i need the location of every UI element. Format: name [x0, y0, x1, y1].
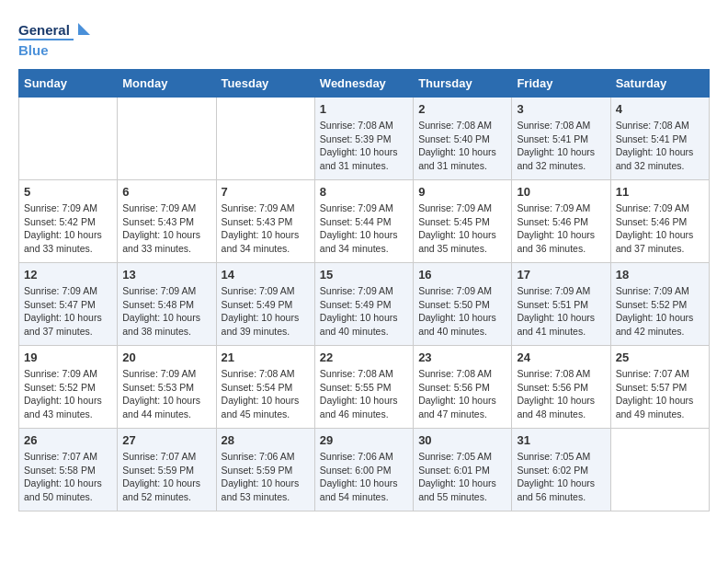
day-number: 9: [418, 185, 506, 199]
day-cell-14: 14Sunrise: 7:09 AM Sunset: 5:49 PM Dayli…: [216, 263, 314, 346]
day-info: Sunrise: 7:05 AM Sunset: 6:02 PM Dayligh…: [517, 450, 605, 504]
weekday-header-friday: Friday: [512, 70, 610, 98]
day-info: Sunrise: 7:08 AM Sunset: 5:54 PM Dayligh…: [222, 367, 310, 421]
day-cell-25: 25Sunrise: 7:07 AM Sunset: 5:57 PM Dayli…: [610, 346, 709, 429]
day-cell-26: 26Sunrise: 7:07 AM Sunset: 5:58 PM Dayli…: [19, 429, 118, 511]
weekday-header-tuesday: Tuesday: [216, 70, 314, 98]
day-number: 8: [320, 185, 408, 199]
day-cell-9: 9Sunrise: 7:09 AM Sunset: 5:45 PM Daylig…: [414, 180, 512, 263]
day-info: Sunrise: 7:09 AM Sunset: 5:46 PM Dayligh…: [517, 201, 605, 256]
day-cell-30: 30Sunrise: 7:05 AM Sunset: 6:01 PM Dayli…: [414, 429, 512, 511]
day-cell-13: 13Sunrise: 7:09 AM Sunset: 5:48 PM Dayli…: [118, 263, 216, 346]
svg-text:Blue: Blue: [18, 42, 49, 58]
empty-cell: [118, 98, 216, 180]
day-info: Sunrise: 7:07 AM Sunset: 5:58 PM Dayligh…: [24, 450, 112, 504]
day-cell-27: 27Sunrise: 7:07 AM Sunset: 5:59 PM Dayli…: [118, 429, 216, 511]
day-number: 4: [616, 102, 704, 116]
day-cell-24: 24Sunrise: 7:08 AM Sunset: 5:56 PM Dayli…: [512, 346, 610, 429]
day-info: Sunrise: 7:09 AM Sunset: 5:42 PM Dayligh…: [24, 201, 112, 256]
day-number: 12: [24, 268, 112, 282]
day-info: Sunrise: 7:05 AM Sunset: 6:01 PM Dayligh…: [418, 450, 506, 504]
day-info: Sunrise: 7:08 AM Sunset: 5:56 PM Dayligh…: [517, 367, 605, 421]
day-number: 10: [517, 185, 605, 199]
day-number: 3: [517, 102, 605, 116]
day-cell-10: 10Sunrise: 7:09 AM Sunset: 5:46 PM Dayli…: [512, 180, 610, 263]
day-info: Sunrise: 7:09 AM Sunset: 5:52 PM Dayligh…: [24, 367, 112, 421]
logo-svg: General Blue: [18, 18, 92, 60]
day-number: 1: [320, 102, 408, 116]
day-cell-20: 20Sunrise: 7:09 AM Sunset: 5:53 PM Dayli…: [118, 346, 216, 429]
day-number: 16: [418, 268, 506, 282]
weekday-header-saturday: Saturday: [610, 70, 709, 98]
day-cell-18: 18Sunrise: 7:09 AM Sunset: 5:52 PM Dayli…: [610, 263, 709, 346]
day-cell-19: 19Sunrise: 7:09 AM Sunset: 5:52 PM Dayli…: [19, 346, 118, 429]
weekday-header-sunday: Sunday: [19, 70, 118, 98]
day-info: Sunrise: 7:08 AM Sunset: 5:39 PM Dayligh…: [320, 119, 408, 173]
week-row-3: 12Sunrise: 7:09 AM Sunset: 5:47 PM Dayli…: [19, 263, 710, 346]
day-number: 7: [222, 185, 310, 199]
weekday-header-thursday: Thursday: [414, 70, 512, 98]
day-info: Sunrise: 7:08 AM Sunset: 5:56 PM Dayligh…: [418, 367, 506, 421]
day-cell-5: 5Sunrise: 7:09 AM Sunset: 5:42 PM Daylig…: [19, 180, 118, 263]
weekday-header-monday: Monday: [118, 70, 216, 98]
day-info: Sunrise: 7:08 AM Sunset: 5:55 PM Dayligh…: [320, 367, 408, 421]
day-number: 13: [122, 268, 210, 282]
day-info: Sunrise: 7:06 AM Sunset: 5:59 PM Dayligh…: [222, 450, 310, 504]
svg-rect-1: [18, 39, 74, 40]
day-info: Sunrise: 7:09 AM Sunset: 5:43 PM Dayligh…: [222, 201, 310, 256]
day-number: 27: [122, 433, 210, 447]
day-number: 28: [222, 433, 310, 447]
page-header: General Blue: [18, 18, 710, 60]
day-number: 6: [122, 185, 210, 199]
day-cell-16: 16Sunrise: 7:09 AM Sunset: 5:50 PM Dayli…: [414, 263, 512, 346]
svg-marker-3: [78, 23, 90, 35]
day-number: 22: [320, 350, 408, 364]
day-number: 5: [24, 185, 112, 199]
day-cell-29: 29Sunrise: 7:06 AM Sunset: 6:00 PM Dayli…: [314, 429, 413, 511]
day-cell-4: 4Sunrise: 7:08 AM Sunset: 5:41 PM Daylig…: [610, 98, 709, 180]
empty-cell: [610, 429, 709, 511]
day-info: Sunrise: 7:08 AM Sunset: 5:41 PM Dayligh…: [517, 119, 605, 173]
day-info: Sunrise: 7:08 AM Sunset: 5:41 PM Dayligh…: [616, 119, 704, 173]
day-cell-31: 31Sunrise: 7:05 AM Sunset: 6:02 PM Dayli…: [512, 429, 610, 511]
day-number: 17: [517, 268, 605, 282]
day-number: 23: [418, 350, 506, 364]
day-number: 18: [616, 268, 704, 282]
week-row-2: 5Sunrise: 7:09 AM Sunset: 5:42 PM Daylig…: [19, 180, 710, 263]
day-number: 19: [24, 350, 112, 364]
day-info: Sunrise: 7:09 AM Sunset: 5:45 PM Dayligh…: [418, 201, 506, 256]
day-info: Sunrise: 7:09 AM Sunset: 5:46 PM Dayligh…: [616, 201, 704, 256]
empty-cell: [19, 98, 118, 180]
weekday-header-wednesday: Wednesday: [314, 70, 413, 98]
day-info: Sunrise: 7:09 AM Sunset: 5:47 PM Dayligh…: [24, 284, 112, 339]
day-number: 14: [222, 268, 310, 282]
day-info: Sunrise: 7:09 AM Sunset: 5:50 PM Dayligh…: [418, 284, 506, 339]
day-cell-28: 28Sunrise: 7:06 AM Sunset: 5:59 PM Dayli…: [216, 429, 314, 511]
day-info: Sunrise: 7:09 AM Sunset: 5:49 PM Dayligh…: [320, 284, 408, 339]
day-cell-6: 6Sunrise: 7:09 AM Sunset: 5:43 PM Daylig…: [118, 180, 216, 263]
day-number: 2: [418, 102, 506, 116]
day-info: Sunrise: 7:09 AM Sunset: 5:52 PM Dayligh…: [616, 284, 704, 339]
day-cell-7: 7Sunrise: 7:09 AM Sunset: 5:43 PM Daylig…: [216, 180, 314, 263]
empty-cell: [216, 98, 314, 180]
week-row-4: 19Sunrise: 7:09 AM Sunset: 5:52 PM Dayli…: [19, 346, 710, 429]
day-cell-15: 15Sunrise: 7:09 AM Sunset: 5:49 PM Dayli…: [314, 263, 413, 346]
day-cell-2: 2Sunrise: 7:08 AM Sunset: 5:40 PM Daylig…: [414, 98, 512, 180]
day-cell-12: 12Sunrise: 7:09 AM Sunset: 5:47 PM Dayli…: [19, 263, 118, 346]
day-number: 29: [320, 433, 408, 447]
day-number: 25: [616, 350, 704, 364]
day-cell-21: 21Sunrise: 7:08 AM Sunset: 5:54 PM Dayli…: [216, 346, 314, 429]
day-number: 31: [517, 433, 605, 447]
day-info: Sunrise: 7:09 AM Sunset: 5:53 PM Dayligh…: [122, 367, 210, 421]
day-cell-23: 23Sunrise: 7:08 AM Sunset: 5:56 PM Dayli…: [414, 346, 512, 429]
day-number: 15: [320, 268, 408, 282]
calendar-table: SundayMondayTuesdayWednesdayThursdayFrid…: [18, 69, 710, 511]
weekday-header-row: SundayMondayTuesdayWednesdayThursdayFrid…: [19, 70, 710, 98]
day-cell-8: 8Sunrise: 7:09 AM Sunset: 5:44 PM Daylig…: [314, 180, 413, 263]
day-cell-22: 22Sunrise: 7:08 AM Sunset: 5:55 PM Dayli…: [314, 346, 413, 429]
day-number: 11: [616, 185, 704, 199]
day-number: 30: [418, 433, 506, 447]
day-cell-17: 17Sunrise: 7:09 AM Sunset: 5:51 PM Dayli…: [512, 263, 610, 346]
day-info: Sunrise: 7:06 AM Sunset: 6:00 PM Dayligh…: [320, 450, 408, 504]
day-info: Sunrise: 7:09 AM Sunset: 5:51 PM Dayligh…: [517, 284, 605, 339]
